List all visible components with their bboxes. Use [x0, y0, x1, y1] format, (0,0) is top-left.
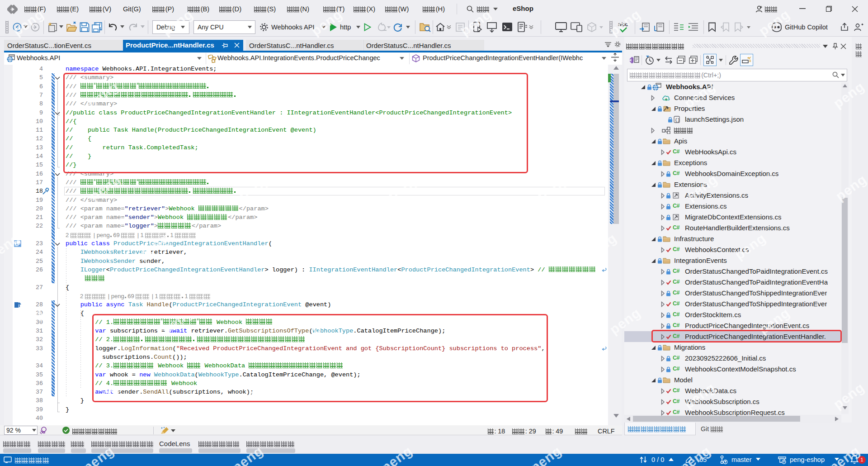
svg-text:{}: {} — [675, 118, 680, 123]
svg-text:abc: abc — [618, 21, 628, 28]
